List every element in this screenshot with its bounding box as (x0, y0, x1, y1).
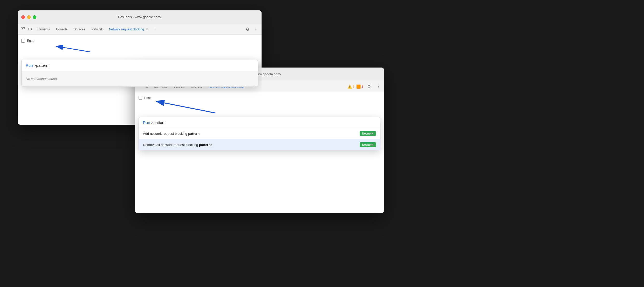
error-count: 2 (361, 85, 363, 88)
cmd-result-area-1: No commands found (22, 71, 258, 86)
more-options-icon-1[interactable]: ⋮ (252, 26, 259, 33)
cmd-run-label-1: Run (26, 63, 33, 68)
content-area-2: Enab Run >pattern Add network request bl… (135, 92, 384, 213)
tab-bar-1: Elements Console Sources Network Network… (18, 24, 262, 35)
cmd-result-row-2[interactable]: Remove all network request blocking patt… (139, 139, 380, 150)
cmd-result-bold-1: pattern (188, 132, 200, 136)
cmd-input-text-1: >pattern (34, 63, 48, 68)
cmd-run-label-2: Run (143, 120, 150, 125)
inspect-icon-1[interactable] (20, 26, 26, 32)
svg-rect-3 (31, 29, 32, 30)
settings-icon-2[interactable]: ⚙ (365, 83, 373, 90)
tab-network-1[interactable]: Network (89, 26, 105, 32)
tab-actions-2: ⚠️ 3 🟧 2 ⚙ ⋮ (347, 83, 382, 90)
cmd-result-prefix-1: Add network request blocking (143, 132, 188, 136)
window-title-1: DevTools - www.google.com/ (118, 15, 161, 19)
cmd-input-text-2: >pattern (151, 120, 166, 125)
enable-checkbox-1[interactable] (21, 39, 25, 43)
maximize-button-1[interactable] (33, 15, 36, 19)
cmd-result-badge-1[interactable]: Network (360, 131, 376, 136)
title-bar-1: DevTools - www.google.com/ (18, 10, 262, 24)
error-icon: 🟧 (356, 84, 361, 89)
traffic-lights-1 (21, 15, 36, 19)
cmd-result-text-1: Add network request blocking pattern (143, 132, 360, 136)
close-button-1[interactable] (21, 15, 25, 19)
warning-count: 3 (353, 85, 354, 88)
command-input-row-2[interactable]: Run >pattern (139, 117, 380, 128)
tab-close-icon-1[interactable]: ✕ (146, 28, 148, 31)
tab-network-request-blocking-1[interactable]: Network request blocking ✕ (106, 26, 151, 32)
command-palette-2: Run >pattern Add network request blockin… (139, 117, 380, 150)
svg-rect-1 (23, 28, 25, 29)
cmd-result-badge-2[interactable]: Network (360, 142, 376, 147)
tab-more-1[interactable]: » (152, 27, 157, 32)
tab-sources-1[interactable]: Sources (71, 26, 88, 32)
enable-label-2: Enab (144, 96, 152, 100)
enable-checkbox-2[interactable] (139, 96, 142, 100)
settings-icon-1[interactable]: ⚙ (244, 26, 251, 33)
error-badge: 🟧 2 (356, 84, 363, 89)
devtools-window-2: DevTools - www.google.com/ Elements Cons… (135, 68, 384, 213)
command-input-row-1[interactable]: Run >pattern (22, 60, 258, 71)
warning-icon: ⚠️ (347, 84, 352, 89)
cmd-result-prefix-2: Remove all network request blocking (143, 143, 199, 147)
enable-row-1: Enab (21, 37, 258, 44)
svg-rect-0 (21, 28, 23, 29)
cmd-result-bold-2: patterns (199, 143, 212, 147)
cmd-no-results-1: No commands found (26, 77, 57, 81)
minimize-button-1[interactable] (27, 15, 31, 19)
warning-badge: ⚠️ 3 (347, 84, 354, 89)
enable-row-2: Enab (139, 95, 380, 101)
command-palette-1: Run >pattern No commands found (21, 60, 258, 87)
tab-console-1[interactable]: Console (53, 26, 70, 32)
cmd-result-row-1[interactable]: Add network request blocking pattern Net… (139, 128, 380, 139)
tab-elements-1[interactable]: Elements (34, 26, 52, 32)
tab-actions-1: ⚙ ⋮ (244, 26, 259, 33)
device-icon-1[interactable] (27, 26, 33, 32)
enable-label-1: Enab (27, 39, 34, 43)
cmd-result-text-2: Remove all network request blocking patt… (143, 143, 360, 147)
more-options-icon-2[interactable]: ⋮ (375, 83, 382, 90)
svg-rect-2 (28, 28, 31, 30)
